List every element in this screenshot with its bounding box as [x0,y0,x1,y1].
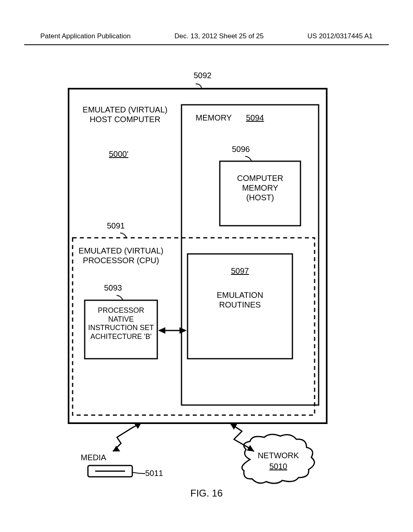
svg-marker-10 [113,446,120,451]
emulated-host-title: EMULATED (VIRTUAL) HOST COMPUTER [81,105,169,124]
emulated-cpu-title: EMULATED (VIRTUAL) PROCESSOR (CPU) [77,246,165,265]
ref-5091: 5091 [107,221,125,231]
figure-caption: FIG. 16 [0,488,413,499]
ref-5096: 5096 [232,144,250,154]
memory-title: MEMORY [196,113,232,123]
emulation-routines: EMULATION ROUTINES [188,290,292,310]
ref-5097: 5097 [188,266,292,276]
media-label: MEDIA [81,453,106,462]
ref-5011: 5011 [145,468,163,478]
network-label: NETWORK [248,451,309,460]
svg-marker-8 [179,327,187,334]
ref-5000p: 5000' [109,149,128,159]
computer-memory-host: COMPUTER MEMORY (HOST) [220,173,300,202]
svg-marker-7 [158,327,165,334]
ref-5010: 5010 [248,461,309,471]
ref-5094: 5094 [246,113,264,123]
ref-5093: 5093 [104,283,122,293]
svg-rect-1 [181,105,319,405]
svg-marker-11 [230,423,237,430]
processor-native: PROCESSOR NATIVE INSTRUCTION SET ACHITEC… [85,306,157,341]
ref-5092: 5092 [194,71,212,80]
